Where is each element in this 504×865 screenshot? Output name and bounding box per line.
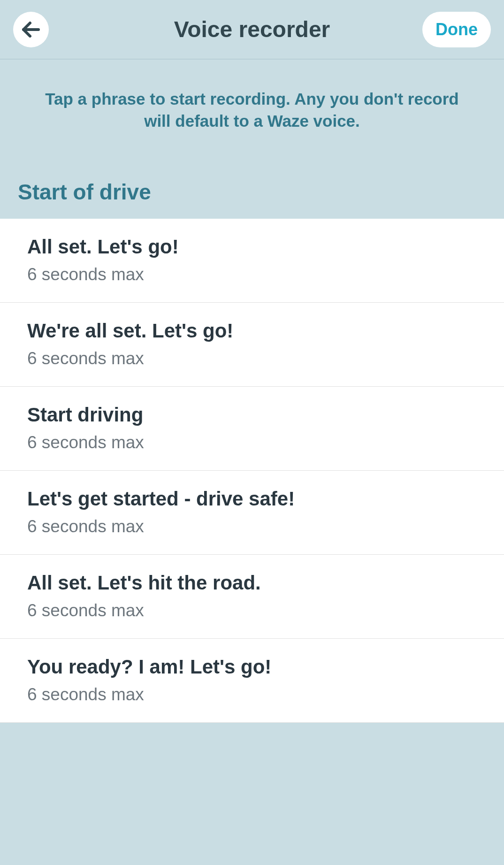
phrase-item[interactable]: Start driving 6 seconds max <box>0 387 504 471</box>
phrase-title: Let's get started - drive safe! <box>27 488 477 510</box>
back-arrow-icon <box>20 18 42 41</box>
phrase-subtitle: 6 seconds max <box>27 517 477 536</box>
phrase-subtitle: 6 seconds max <box>27 265 477 284</box>
instruction-area: Tap a phrase to start recording. Any you… <box>0 60 504 161</box>
header: Voice recorder Done <box>0 0 504 60</box>
phrase-subtitle: 6 seconds max <box>27 685 477 704</box>
phrase-subtitle: 6 seconds max <box>27 349 477 368</box>
phrase-item[interactable]: You ready? I am! Let's go! 6 seconds max <box>0 639 504 723</box>
section-title: Start of drive <box>18 179 486 205</box>
instruction-text: Tap a phrase to start recording. Any you… <box>38 88 466 132</box>
page-title: Voice recorder <box>174 16 330 42</box>
phrase-list: All set. Let's go! 6 seconds max We're a… <box>0 219 504 723</box>
phrase-item[interactable]: Let's get started - drive safe! 6 second… <box>0 471 504 555</box>
phrase-subtitle: 6 seconds max <box>27 433 477 452</box>
phrase-item[interactable]: All set. Let's hit the road. 6 seconds m… <box>0 555 504 639</box>
phrase-title: Start driving <box>27 404 477 426</box>
back-button[interactable] <box>13 12 49 47</box>
phrase-title: You ready? I am! Let's go! <box>27 656 477 678</box>
phrase-item[interactable]: All set. Let's go! 6 seconds max <box>0 219 504 303</box>
phrase-title: We're all set. Let's go! <box>27 320 477 342</box>
section-header: Start of drive <box>0 161 504 219</box>
phrase-subtitle: 6 seconds max <box>27 601 477 620</box>
phrase-item[interactable]: We're all set. Let's go! 6 seconds max <box>0 303 504 387</box>
phrase-title: All set. Let's hit the road. <box>27 572 477 594</box>
phrase-title: All set. Let's go! <box>27 236 477 258</box>
done-button[interactable]: Done <box>422 12 491 47</box>
